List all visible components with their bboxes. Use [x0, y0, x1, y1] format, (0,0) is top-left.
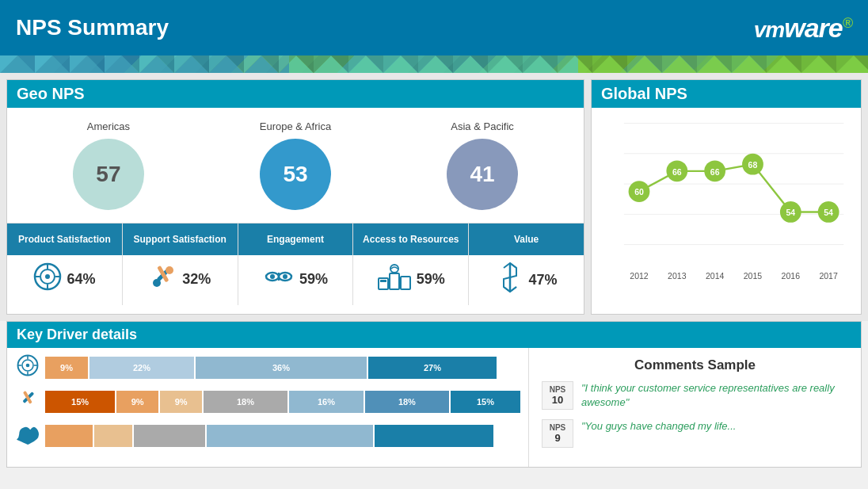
bar-row-engagement: [15, 422, 520, 449]
bar-seg: 15%: [451, 391, 520, 413]
svg-point-57: [26, 364, 30, 368]
metric-value-body: 47%: [469, 255, 584, 305]
main-content: Geo NPS Americas 57 Europe & Africa 53 A…: [0, 73, 868, 321]
svg-text:54: 54: [786, 208, 795, 217]
metric-support-satisfaction: Support Satisfaction 32%: [123, 223, 238, 305]
asia-label: Asia & Pacific: [451, 120, 513, 132]
page-header: NPS Summary vmware®: [0, 0, 868, 55]
geo-asia: Asia & Pacific 41: [447, 120, 518, 210]
bar-seg: 15%: [45, 391, 115, 413]
geo-nps-title: Geo NPS: [7, 80, 584, 108]
bar-seg: [375, 425, 493, 447]
metrics-row: Product Satisfaction 64% Support Satisfa…: [7, 223, 584, 305]
vmware-logo: vmware®: [754, 13, 852, 44]
key-driver-content: 9% 22% 36% 27% 15% 9% 9%: [7, 348, 861, 467]
bar-seg: [207, 425, 373, 447]
bar-icon-engagement: [15, 422, 40, 449]
bar-icon-support: [15, 388, 40, 415]
global-nps-title: Global NPS: [592, 80, 861, 108]
bar-icon-product: [15, 354, 40, 380]
svg-rect-28: [380, 280, 386, 282]
svg-rect-9: [0, 55, 289, 73]
bar-seg: [134, 425, 205, 447]
deco-svg: [0, 55, 868, 73]
svg-rect-29: [390, 273, 399, 289]
metric-value-header: Value: [469, 223, 584, 255]
metric-engagement-header: Engagement: [238, 223, 353, 255]
bar-seg: [45, 425, 93, 447]
nps-num-1: 10: [547, 394, 568, 406]
support-satisfaction-icon: [149, 262, 177, 296]
comments-panel: Comments Sample NPS 10 "I think your cus…: [528, 348, 861, 467]
key-driver-title: Key Driver details: [7, 322, 861, 348]
product-satisfaction-icon: [33, 262, 62, 296]
bar-seg: 9%: [160, 391, 202, 413]
value-icon: [496, 262, 524, 299]
metric-product-satisfaction: Product Satisfaction 64%: [7, 223, 123, 305]
metric-engagement-body: 59%: [238, 255, 353, 303]
bar-seg: 18%: [204, 391, 287, 413]
metric-support-satisfaction-body: 32%: [123, 255, 238, 303]
comments-title: Comments Sample: [542, 357, 848, 373]
engagement-icon: [263, 262, 295, 296]
metric-product-satisfaction-header: Product Satisfaction: [7, 223, 122, 255]
svg-text:2013: 2013: [668, 271, 687, 281]
nps-badge-1: NPS 10: [542, 381, 573, 410]
europe-label: Europe & Africa: [260, 120, 331, 132]
svg-point-26: [283, 274, 287, 279]
svg-point-25: [270, 274, 275, 279]
geo-europe: Europe & Africa 53: [260, 120, 331, 210]
comment-text-1: "I think your customer service represent…: [581, 381, 848, 410]
value-value: 47%: [529, 272, 558, 288]
americas-label: Americas: [87, 120, 130, 132]
geo-circles: Americas 57 Europe & Africa 53 Asia & Pa…: [7, 108, 584, 223]
bar-seg: 36%: [196, 357, 367, 379]
svg-point-21: [153, 279, 161, 287]
access-resources-value: 59%: [417, 271, 445, 288]
comment-item-1: NPS 10 "I think your customer service re…: [542, 381, 848, 410]
geo-nps-panel: Geo NPS Americas 57 Europe & Africa 53 A…: [6, 79, 584, 315]
product-satisfaction-value: 64%: [67, 271, 95, 288]
bar-seg: 9%: [116, 391, 158, 413]
metric-product-satisfaction-body: 64%: [7, 255, 122, 303]
svg-rect-30: [401, 277, 410, 289]
svg-text:66: 66: [710, 167, 720, 177]
bar-row-support: 15% 9% 9% 18% 16% 18% 15%: [15, 388, 520, 415]
bar-seg: 27%: [368, 357, 497, 379]
svg-text:54: 54: [824, 208, 833, 217]
geo-americas: Americas 57: [73, 120, 144, 210]
global-nps-panel: Global NPS: [591, 79, 862, 315]
svg-text:68: 68: [748, 160, 758, 170]
global-nps-chart: 60 66 66 68 54 54 2012 2013 201: [598, 116, 855, 290]
metric-support-satisfaction-header: Support Satisfaction: [123, 223, 238, 255]
nps-badge-2: NPS 9: [542, 419, 573, 448]
bar-seg: 18%: [365, 391, 449, 413]
bar-seg: [94, 425, 132, 447]
comment-item-2: NPS 9 "You guys have changed my life...: [542, 419, 848, 448]
svg-text:2015: 2015: [744, 271, 763, 281]
access-resources-icon: [377, 262, 412, 296]
svg-text:2017: 2017: [819, 271, 838, 281]
bar-segments-support: 15% 9% 9% 18% 16% 18% 15%: [45, 391, 520, 413]
svg-text:2012: 2012: [630, 271, 649, 281]
americas-circle: 57: [73, 139, 144, 210]
svg-point-14: [45, 274, 50, 279]
page-title: NPS Summary: [16, 15, 169, 40]
svg-text:2014: 2014: [706, 271, 725, 281]
support-satisfaction-value: 32%: [182, 271, 211, 288]
nps-num-2: 9: [547, 432, 568, 444]
bar-row-product: 9% 22% 36% 27%: [15, 354, 520, 380]
bar-segments-product: 9% 22% 36% 27%: [45, 357, 520, 379]
svg-text:66: 66: [672, 167, 682, 177]
comment-text-2: "You guys have changed my life...: [581, 419, 736, 434]
engagement-value: 59%: [299, 271, 328, 288]
bar-seg: 16%: [289, 391, 364, 413]
decorative-strip: [0, 55, 868, 73]
driver-bars: 9% 22% 36% 27% 15% 9% 9%: [7, 348, 528, 467]
bar-segments-engagement: [45, 425, 520, 447]
nps-label-2: NPS: [547, 423, 568, 432]
metric-access-resources-header: Access to Resources: [353, 223, 468, 255]
metric-access-resources: Access to Resources 59%: [353, 223, 469, 305]
svg-rect-10: [289, 55, 578, 73]
bar-seg: 9%: [45, 357, 88, 379]
